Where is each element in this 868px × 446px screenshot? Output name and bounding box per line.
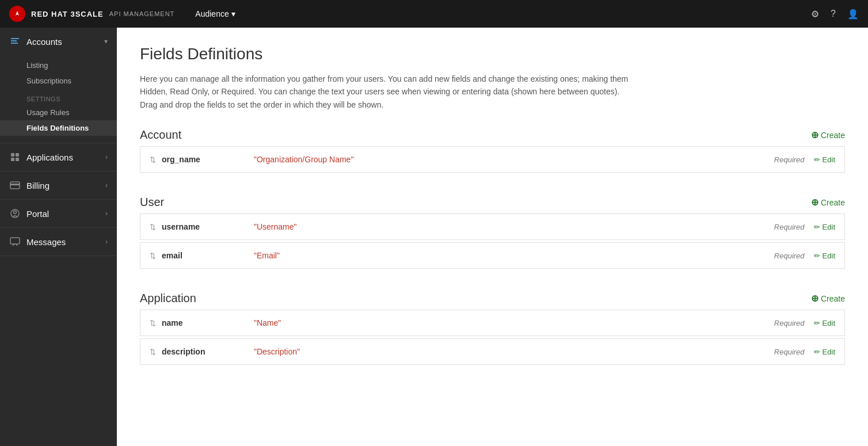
- field-edit-button[interactable]: ✏ Edit: [814, 155, 835, 164]
- portal-icon: [9, 208, 21, 219]
- top-nav-icons: ⚙ ? 👤: [811, 9, 859, 20]
- plus-icon: ⊕: [811, 197, 818, 208]
- sidebar-section-accounts: Accounts ▾ Listing Subscriptions Setting…: [0, 28, 117, 143]
- table-row: ⇅ email "Email" Required ✏ Edit: [140, 242, 845, 269]
- applications-icon: [9, 151, 21, 163]
- sidebar-item-messages[interactable]: Messages ›: [0, 228, 117, 256]
- sidebar-item-messages-label: Messages: [26, 237, 66, 247]
- user-create-link[interactable]: ⊕ Create: [811, 197, 845, 208]
- field-label: "Username": [254, 222, 774, 231]
- drag-handle-icon[interactable]: ⇅: [150, 155, 156, 164]
- field-edit-button[interactable]: ✏ Edit: [814, 319, 835, 327]
- sidebar-item-fields-definitions[interactable]: Fields Definitions: [0, 120, 117, 136]
- chevron-right-icon: ›: [105, 238, 108, 246]
- account-section: Account ⊕ Create ⇅ org_name "Organizatio…: [140, 128, 845, 173]
- sidebar-section-portal: Portal ›: [0, 200, 117, 228]
- sidebar-section-billing: Billing ›: [0, 171, 117, 200]
- settings-label: Settings: [0, 89, 117, 105]
- table-row: ⇅ description "Description" Required ✏ E…: [140, 338, 845, 365]
- sidebar-item-listing[interactable]: Listing: [0, 58, 117, 73]
- chevron-right-icon: ›: [105, 153, 108, 161]
- pencil-icon: ✏: [814, 319, 820, 327]
- application-create-link[interactable]: ⊕ Create: [811, 293, 845, 304]
- drag-handle-icon[interactable]: ⇅: [150, 319, 156, 327]
- application-section-header: Application ⊕ Create: [140, 292, 845, 305]
- sidebar: Accounts ▾ Listing Subscriptions Setting…: [0, 28, 117, 446]
- svg-rect-7: [16, 158, 19, 161]
- accounts-icon: [9, 36, 21, 47]
- drag-handle-icon[interactable]: ⇅: [150, 348, 156, 356]
- svg-rect-2: [11, 40, 17, 41]
- help-icon[interactable]: ?: [831, 9, 836, 19]
- field-label: "Name": [254, 318, 774, 327]
- svg-rect-1: [11, 38, 19, 39]
- logo: RED HAT 3SCALE API MANAGEMENT: [9, 6, 174, 22]
- field-edit-button[interactable]: ✏ Edit: [814, 251, 835, 260]
- table-row: ⇅ username "Username" Required ✏ Edit: [140, 214, 845, 240]
- main-content: Fields Definitions Here you can manage a…: [117, 28, 868, 446]
- svg-rect-6: [11, 158, 14, 161]
- sidebar-item-accounts[interactable]: Accounts ▾: [0, 28, 117, 55]
- pencil-icon: ✏: [814, 348, 820, 356]
- table-row: ⇅ org_name "Organization/Group Name" Req…: [140, 146, 845, 173]
- sidebar-item-applications-label: Applications: [26, 153, 73, 162]
- svg-rect-4: [11, 153, 14, 157]
- chevron-right-icon: ›: [105, 181, 108, 189]
- sidebar-item-portal[interactable]: Portal ›: [0, 200, 117, 227]
- sidebar-item-subscriptions[interactable]: Subscriptions: [0, 73, 117, 89]
- account-create-link[interactable]: ⊕ Create: [811, 129, 845, 140]
- svg-rect-3: [11, 43, 18, 44]
- sidebar-item-accounts-label: Accounts: [26, 37, 62, 47]
- pencil-icon: ✏: [814, 251, 820, 260]
- sidebar-item-applications[interactable]: Applications ›: [0, 143, 117, 171]
- sidebar-item-billing-label: Billing: [26, 181, 50, 190]
- field-name: email: [162, 251, 254, 260]
- chevron-down-icon: ▾: [231, 9, 235, 18]
- user-icon[interactable]: 👤: [847, 9, 859, 20]
- field-required-badge: Required: [774, 155, 805, 164]
- application-section-title: Application: [140, 292, 196, 305]
- field-name: name: [162, 318, 254, 327]
- billing-icon: [9, 180, 21, 191]
- user-section-title: User: [140, 196, 164, 209]
- application-section: Application ⊕ Create ⇅ name "Name" Requi…: [140, 292, 845, 365]
- sidebar-item-portal-label: Portal: [26, 209, 49, 219]
- field-name: description: [162, 347, 254, 356]
- plus-icon: ⊕: [811, 129, 818, 140]
- field-required-badge: Required: [774, 319, 805, 327]
- chevron-right-icon: ›: [105, 209, 108, 218]
- audience-label: Audience: [195, 9, 229, 18]
- sidebar-item-usage-rules[interactable]: Usage Rules: [0, 105, 117, 120]
- field-edit-button[interactable]: ✏ Edit: [814, 348, 835, 356]
- sidebar-section-messages: Messages ›: [0, 228, 117, 256]
- field-required-badge: Required: [774, 223, 805, 231]
- page-title: Fields Definitions: [140, 45, 845, 63]
- gear-icon[interactable]: ⚙: [811, 9, 819, 20]
- messages-icon: [9, 236, 21, 247]
- sidebar-item-billing[interactable]: Billing ›: [0, 171, 117, 199]
- layout: Accounts ▾ Listing Subscriptions Setting…: [0, 28, 868, 446]
- drag-handle-icon[interactable]: ⇅: [150, 223, 156, 231]
- sidebar-section-applications: Applications ›: [0, 143, 117, 171]
- page-description: Here you can manage all the information …: [140, 73, 635, 111]
- field-label: "Organization/Group Name": [254, 155, 774, 164]
- svg-rect-5: [16, 153, 19, 157]
- chevron-down-icon: ▾: [104, 37, 108, 45]
- account-section-title: Account: [140, 128, 181, 142]
- field-required-badge: Required: [774, 251, 805, 260]
- logo-icon: [9, 6, 25, 22]
- pencil-icon: ✏: [814, 155, 820, 164]
- field-name: org_name: [162, 155, 254, 164]
- audience-menu[interactable]: Audience ▾: [195, 9, 235, 18]
- field-required-badge: Required: [774, 348, 805, 356]
- field-edit-button[interactable]: ✏ Edit: [814, 223, 835, 231]
- pencil-icon: ✏: [814, 223, 820, 231]
- drag-handle-icon[interactable]: ⇅: [150, 251, 156, 260]
- user-section-header: User ⊕ Create: [140, 196, 845, 209]
- field-label: "Email": [254, 251, 774, 260]
- table-row: ⇅ name "Name" Required ✏ Edit: [140, 310, 845, 336]
- plus-icon: ⊕: [811, 293, 818, 304]
- svg-point-11: [14, 211, 17, 214]
- top-nav: RED HAT 3SCALE API MANAGEMENT Audience ▾…: [0, 0, 868, 28]
- field-label: "Description": [254, 347, 774, 356]
